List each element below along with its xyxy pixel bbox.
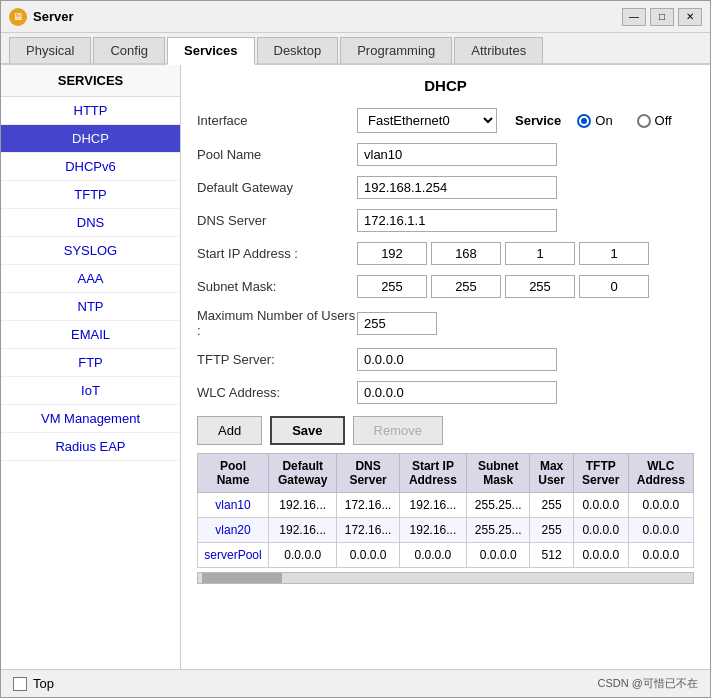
pool-name-label: Pool Name (197, 147, 357, 162)
col-dns-server: DNS Server (337, 454, 399, 493)
sidebar-scroll[interactable]: SERVICES HTTP DHCP DHCPv6 TFTP DNS SYSLO… (1, 65, 180, 669)
start-ip-3[interactable] (505, 242, 575, 265)
dns-server-input[interactable] (357, 209, 557, 232)
radio-off-label: Off (655, 113, 672, 128)
radio-on-label: On (595, 113, 612, 128)
service-off-radio[interactable]: Off (637, 113, 672, 128)
wlc-address-input[interactable] (357, 381, 557, 404)
dhcp-table: Pool Name Default Gateway DNS Server Sta… (197, 453, 694, 568)
tab-bar: Physical Config Services Desktop Program… (1, 33, 710, 65)
title-bar: 🖥 Server — □ ✕ (1, 1, 710, 33)
col-tftp-server: TFTP Server (573, 454, 628, 493)
col-max-user: Max User (530, 454, 573, 493)
top-checkbox[interactable] (13, 677, 27, 691)
row3-tftp: 0.0.0.0 (573, 543, 628, 568)
row3-subnet: 0.0.0.0 (466, 543, 529, 568)
row3-gateway: 0.0.0.0 (269, 543, 337, 568)
sidebar-item-http[interactable]: HTTP (1, 97, 180, 125)
row1-pool[interactable]: vlan10 (215, 498, 250, 512)
radio-off-icon (637, 114, 651, 128)
max-users-input[interactable] (357, 312, 437, 335)
close-button[interactable]: ✕ (678, 8, 702, 26)
subnet-1[interactable] (357, 275, 427, 298)
sidebar-item-ntp[interactable]: NTP (1, 293, 180, 321)
maximize-button[interactable]: □ (650, 8, 674, 26)
tab-programming[interactable]: Programming (340, 37, 452, 63)
row3-start-ip: 0.0.0.0 (399, 543, 466, 568)
col-pool-name: Pool Name (198, 454, 269, 493)
interface-select[interactable]: FastEthernet0 (357, 108, 497, 133)
panel: DHCP Interface FastEthernet0 Service On … (181, 65, 710, 669)
tab-services[interactable]: Services (167, 37, 255, 65)
main-window: 🖥 Server — □ ✕ Physical Config Services … (0, 0, 711, 698)
row1-wlc: 0.0.0.0 (628, 493, 693, 518)
default-gateway-input[interactable] (357, 176, 557, 199)
pool-name-input[interactable] (357, 143, 557, 166)
wlc-address-row: WLC Address: (197, 381, 694, 404)
sidebar-item-aaa[interactable]: AAA (1, 265, 180, 293)
service-label: Service (515, 113, 561, 128)
pool-name-row: Pool Name (197, 143, 694, 166)
col-default-gateway: Default Gateway (269, 454, 337, 493)
row1-gateway: 192.16... (269, 493, 337, 518)
minimize-button[interactable]: — (622, 8, 646, 26)
service-on-radio[interactable]: On (577, 113, 612, 128)
horizontal-scrollbar[interactable] (197, 572, 694, 584)
tab-config[interactable]: Config (93, 37, 165, 63)
row2-start-ip: 192.16... (399, 518, 466, 543)
scrollbar-thumb[interactable] (202, 573, 282, 583)
start-ip-4[interactable] (579, 242, 649, 265)
row2-subnet: 255.25... (466, 518, 529, 543)
sidebar-item-dhcpv6[interactable]: DHCPv6 (1, 153, 180, 181)
tab-attributes[interactable]: Attributes (454, 37, 543, 63)
interface-label: Interface (197, 113, 357, 128)
subnet-4[interactable] (579, 275, 649, 298)
start-ip-inputs (357, 242, 649, 265)
dns-server-row: DNS Server (197, 209, 694, 232)
tftp-server-row: TFTP Server: (197, 348, 694, 371)
subnet-2[interactable] (431, 275, 501, 298)
subnet-mask-row: Subnet Mask: (197, 275, 694, 298)
tab-desktop[interactable]: Desktop (257, 37, 339, 63)
max-users-label: Maximum Number of Users : (197, 308, 357, 338)
sidebar-item-tftp[interactable]: TFTP (1, 181, 180, 209)
sidebar-item-syslog[interactable]: SYSLOG (1, 237, 180, 265)
panel-title: DHCP (197, 77, 694, 94)
tftp-server-input[interactable] (357, 348, 557, 371)
tftp-server-label: TFTP Server: (197, 352, 357, 367)
sidebar-item-ftp[interactable]: FTP (1, 349, 180, 377)
status-left: Top (13, 676, 54, 691)
row3-dns: 0.0.0.0 (337, 543, 399, 568)
radio-on-icon (577, 114, 591, 128)
add-button[interactable]: Add (197, 416, 262, 445)
row3-pool[interactable]: serverPool (204, 548, 261, 562)
row2-pool[interactable]: vlan20 (215, 523, 250, 537)
start-ip-1[interactable] (357, 242, 427, 265)
subnet-mask-label: Subnet Mask: (197, 279, 357, 294)
max-users-row: Maximum Number of Users : (197, 308, 694, 338)
row1-tftp: 0.0.0.0 (573, 493, 628, 518)
watermark: CSDN @可惜已不在 (598, 676, 698, 691)
row2-tftp: 0.0.0.0 (573, 518, 628, 543)
remove-button[interactable]: Remove (353, 416, 443, 445)
sidebar-item-radius-eap[interactable]: Radius EAP (1, 433, 180, 461)
sidebar-item-email[interactable]: EMAIL (1, 321, 180, 349)
window-controls: — □ ✕ (622, 8, 702, 26)
sidebar: SERVICES HTTP DHCP DHCPv6 TFTP DNS SYSLO… (1, 65, 181, 669)
tab-physical[interactable]: Physical (9, 37, 91, 63)
row1-dns: 172.16... (337, 493, 399, 518)
subnet-3[interactable] (505, 275, 575, 298)
app-icon: 🖥 (9, 8, 27, 26)
start-ip-row: Start IP Address : (197, 242, 694, 265)
sidebar-item-vm-management[interactable]: VM Management (1, 405, 180, 433)
table-row: serverPool 0.0.0.0 0.0.0.0 0.0.0.0 0.0.0… (198, 543, 694, 568)
action-buttons: Add Save Remove (197, 416, 694, 445)
subnet-mask-inputs (357, 275, 649, 298)
sidebar-item-dns[interactable]: DNS (1, 209, 180, 237)
save-button[interactable]: Save (270, 416, 344, 445)
sidebar-item-dhcp[interactable]: DHCP (1, 125, 180, 153)
start-ip-2[interactable] (431, 242, 501, 265)
sidebar-item-iot[interactable]: IoT (1, 377, 180, 405)
main-content: SERVICES HTTP DHCP DHCPv6 TFTP DNS SYSLO… (1, 65, 710, 669)
col-wlc-address: WLC Address (628, 454, 693, 493)
